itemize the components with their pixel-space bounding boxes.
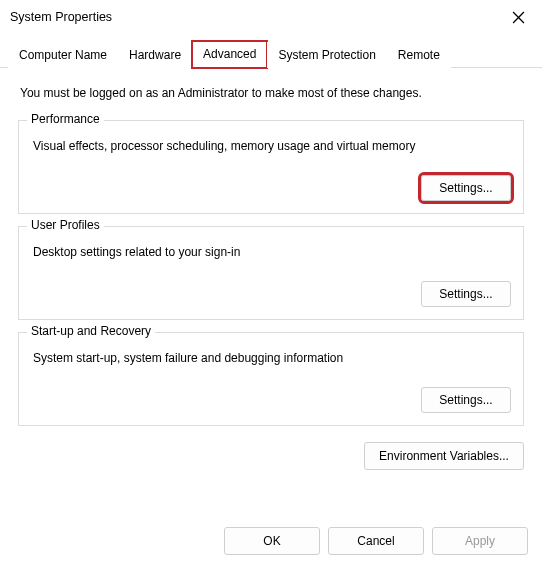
- performance-desc: Visual effects, processor scheduling, me…: [33, 139, 511, 153]
- tab-computer-name[interactable]: Computer Name: [8, 42, 118, 68]
- startup-recovery-settings-button[interactable]: Settings...: [421, 387, 511, 413]
- performance-group: Performance Visual effects, processor sc…: [18, 120, 524, 214]
- user-profiles-group: User Profiles Desktop settings related t…: [18, 226, 524, 320]
- environment-variables-button[interactable]: Environment Variables...: [364, 442, 524, 470]
- startup-recovery-legend: Start-up and Recovery: [27, 324, 155, 338]
- user-profiles-settings-button[interactable]: Settings...: [421, 281, 511, 307]
- cancel-button[interactable]: Cancel: [328, 527, 424, 555]
- apply-button[interactable]: Apply: [432, 527, 528, 555]
- tab-hardware[interactable]: Hardware: [118, 42, 192, 68]
- tab-strip: Computer Name Hardware Advanced System P…: [0, 34, 542, 68]
- titlebar: System Properties: [0, 0, 542, 34]
- startup-recovery-desc: System start-up, system failure and debu…: [33, 351, 511, 365]
- ok-button[interactable]: OK: [224, 527, 320, 555]
- tab-advanced[interactable]: Advanced: [192, 41, 267, 68]
- performance-settings-button[interactable]: Settings...: [421, 175, 511, 201]
- advanced-panel: You must be logged on as an Administrato…: [0, 68, 542, 517]
- close-button[interactable]: [506, 5, 530, 29]
- startup-recovery-group: Start-up and Recovery System start-up, s…: [18, 332, 524, 426]
- user-profiles-desc: Desktop settings related to your sign-in: [33, 245, 511, 259]
- performance-legend: Performance: [27, 112, 104, 126]
- dialog-footer: OK Cancel Apply: [0, 517, 542, 569]
- close-icon: [512, 11, 525, 24]
- system-properties-window: System Properties Computer Name Hardware…: [0, 0, 542, 569]
- tab-remote[interactable]: Remote: [387, 42, 451, 68]
- window-title: System Properties: [10, 10, 112, 24]
- tab-system-protection[interactable]: System Protection: [267, 42, 386, 68]
- user-profiles-legend: User Profiles: [27, 218, 104, 232]
- admin-notice: You must be logged on as an Administrato…: [20, 86, 524, 100]
